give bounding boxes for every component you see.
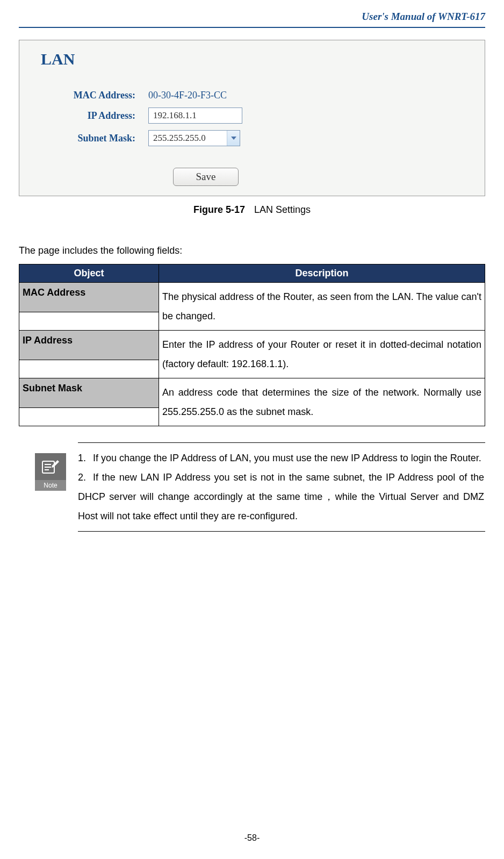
- object-name: Subnet Mask: [23, 383, 82, 393]
- subnet-mask-value: 255.255.255.0: [149, 131, 227, 146]
- ip-address-label: IP Address:: [41, 110, 148, 121]
- figure-number: Figure 5-17: [193, 204, 245, 215]
- table-row: Subnet Mask An address code that determi…: [19, 378, 485, 426]
- note-item-text: If you change the IP Address of LAN, you…: [93, 453, 481, 463]
- subnet-mask-label: Subnet Mask:: [41, 133, 148, 144]
- mac-row: MAC Address: 00-30-4F-20-F3-CC: [41, 90, 485, 101]
- mac-address-value: 00-30-4F-20-F3-CC: [148, 90, 227, 101]
- description-cell: The physical address of the Router, as s…: [159, 283, 485, 331]
- page-number: -58-: [0, 833, 504, 843]
- cell-spacer: [19, 312, 159, 330]
- note-item: 2.If the new LAN IP Address you set is n…: [78, 468, 484, 526]
- description-cell: Enter the IP address of your Router or r…: [159, 331, 485, 378]
- note-item: 1.If you change the IP Address of LAN, y…: [78, 448, 484, 468]
- ip-row: IP Address:: [41, 108, 485, 124]
- object-cell: IP Address: [19, 331, 159, 378]
- mac-address-label: MAC Address:: [41, 90, 148, 101]
- cell-spacer: [19, 360, 159, 378]
- note-icon-label: Note: [35, 480, 66, 491]
- save-row: Save: [41, 168, 485, 186]
- figure-caption: Figure 5-17 LAN Settings: [19, 204, 485, 216]
- description-cell: An address code that determines the size…: [159, 378, 485, 426]
- object-name: IP Address: [23, 335, 73, 346]
- intro-text: The page includes the following fields:: [19, 245, 485, 256]
- panel-title: LAN: [41, 50, 485, 68]
- note-text: 1.If you change the IP Address of LAN, y…: [78, 442, 485, 532]
- table-header-description: Description: [159, 264, 485, 283]
- note-block: Note 1.If you change the IP Address of L…: [19, 442, 485, 532]
- table-row: IP Address Enter the IP address of your …: [19, 331, 485, 378]
- object-cell: MAC Address: [19, 283, 159, 331]
- ip-address-input[interactable]: [148, 108, 242, 124]
- document-header: User's Manual of WNRT-617: [19, 11, 485, 28]
- table-row: MAC Address The physical address of the …: [19, 283, 485, 331]
- table-header-object: Object: [19, 264, 159, 283]
- object-cell: Subnet Mask: [19, 378, 159, 426]
- object-name: MAC Address: [23, 287, 85, 298]
- note-item-text: If the new LAN IP Address you set is not…: [78, 472, 484, 521]
- figure-title: LAN Settings: [254, 204, 311, 215]
- fields-table: Object Description MAC Address The physi…: [19, 264, 485, 426]
- pencil-note-icon: [35, 453, 66, 480]
- chevron-down-icon[interactable]: [227, 131, 240, 146]
- mask-row: Subnet Mask: 255.255.255.0: [41, 130, 485, 146]
- subnet-mask-select[interactable]: 255.255.255.0: [148, 130, 240, 146]
- cell-spacer: [19, 407, 159, 426]
- lan-settings-screenshot: LAN MAC Address: 00-30-4F-20-F3-CC IP Ad…: [19, 40, 485, 196]
- note-icon: Note: [35, 453, 66, 491]
- save-button[interactable]: Save: [173, 168, 239, 186]
